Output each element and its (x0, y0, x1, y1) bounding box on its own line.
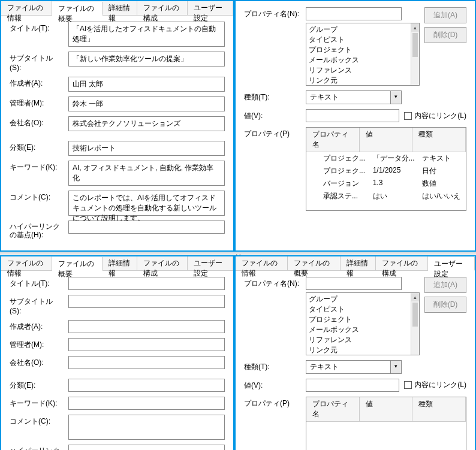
hyperlink-input[interactable] (68, 221, 225, 234)
scrollbar[interactable]: ▴ (411, 23, 419, 85)
company-label: 会社名(O): (10, 356, 64, 368)
table-row[interactable]: 承認ステ...はいはい/いいえ (306, 190, 466, 203)
tab-user-settings[interactable]: ユーザー設定 (428, 257, 475, 271)
company-input[interactable] (68, 356, 225, 369)
author-input[interactable] (68, 320, 225, 333)
propname-input[interactable] (306, 277, 402, 290)
list-item[interactable]: タイピスト (309, 304, 417, 315)
link-checkbox[interactable]: 内容にリンク(L) (404, 380, 466, 390)
props-label: プロパティ(P) (244, 127, 301, 139)
tab-file-info[interactable]: ファイルの情報 (236, 256, 288, 270)
panel-user-empty: ファイルの情報 ファイルの概要 詳細情報 ファイルの構成 ユーザー設定 プロパテ… (234, 255, 476, 450)
type-label: 種類(T): (244, 360, 301, 372)
panel-summary-filled: ファイルの情報 ファイルの概要 詳細情報 ファイルの構成 ユーザー設定 タイトル… (0, 0, 234, 252)
delete-button[interactable]: 削除(D) (424, 297, 466, 313)
category-input[interactable] (68, 379, 225, 392)
type-dropdown[interactable]: テキスト▾ (306, 90, 402, 104)
tabs: ファイルの情報 ファイルの概要 詳細情報 ファイルの構成 ユーザー設定 (1, 256, 233, 271)
tab-user-settings[interactable]: ユーザー設定 (188, 1, 233, 15)
keywords-label: キーワード(K): (10, 161, 64, 173)
list-item[interactable]: グループ (309, 294, 417, 304)
hyperlink-label: ハイパーリンクの基点(H): (10, 221, 64, 240)
col-name: プロパティ名 (306, 128, 360, 152)
comment-label: コメント(C): (10, 191, 64, 203)
subtitle-input[interactable]: 「新しい作業効率化ツールの提案」 (68, 52, 225, 67)
table-row[interactable]: プロジェク...「データ分...テキスト (306, 152, 466, 165)
link-label: 内容にリンク(L) (414, 111, 466, 121)
company-label: 会社名(O): (10, 116, 64, 128)
category-label: 分類(E): (10, 379, 64, 391)
link-label: 内容にリンク(L) (414, 380, 466, 390)
hyperlink-input[interactable] (68, 445, 225, 450)
value-input[interactable] (306, 109, 399, 122)
tab-file-summary[interactable]: ファイルの概要 (288, 256, 340, 270)
tab-file-info[interactable]: ファイルの情報 (1, 1, 52, 15)
properties-table[interactable]: プロパティ名値種類 プロジェク...「データ分...テキスト プロジェク...1… (306, 127, 466, 211)
panel-summary-empty: ファイルの情報 ファイルの概要 詳細情報 ファイルの構成 ユーザー設定 タイトル… (0, 255, 234, 450)
propname-input[interactable] (306, 7, 402, 20)
author-label: 作成者(A): (10, 320, 64, 332)
subtitle-label: サブタイトル(S): (10, 52, 64, 72)
scrollbar[interactable]: ▴ (411, 293, 419, 355)
keywords-label: キーワード(K): (10, 397, 64, 409)
list-item[interactable]: メールボックス (309, 325, 417, 335)
tab-file-info[interactable]: ファイルの情報 (1, 256, 52, 270)
scroll-thumb[interactable] (412, 303, 418, 327)
list-item[interactable]: タイピスト (309, 35, 417, 45)
value-input[interactable] (306, 379, 399, 392)
tab-file-summary[interactable]: ファイルの概要 (52, 2, 103, 16)
list-item[interactable]: メールボックス (309, 55, 417, 65)
manager-input[interactable]: 鈴木 一郎 (68, 96, 225, 111)
add-button[interactable]: 追加(A) (424, 277, 466, 293)
scroll-thumb[interactable] (412, 33, 418, 57)
subtitle-input[interactable] (68, 295, 225, 308)
list-item[interactable]: リンク元 (309, 75, 417, 86)
tab-structure[interactable]: ファイルの構成 (137, 256, 188, 270)
company-input[interactable]: 株式会社テクノソリューションズ (68, 116, 225, 131)
list-item[interactable]: プロジェクト (309, 315, 417, 325)
tab-structure[interactable]: ファイルの構成 (376, 256, 428, 270)
propname-label: プロパティ名(N): (244, 7, 301, 19)
checkbox-icon[interactable] (404, 381, 412, 389)
panel-user-filled: プロパティ名(N): グループ タイピスト プロジェクト メールボックス リファ… (234, 0, 476, 252)
keywords-input[interactable]: AI, オフィスドキュメント, 自動化, 作業効率化 (68, 161, 225, 186)
properties-table[interactable]: プロパティ名値種類 (306, 397, 466, 450)
scroll-up-icon[interactable]: ▴ (411, 23, 419, 32)
type-dropdown[interactable]: テキスト▾ (306, 360, 402, 374)
author-input[interactable]: 山田 太郎 (68, 77, 225, 92)
title-label: タイトル(T): (10, 277, 64, 289)
list-item[interactable]: グループ (309, 25, 417, 35)
manager-input[interactable] (68, 338, 225, 351)
chevron-down-icon[interactable]: ▾ (390, 361, 401, 373)
list-item[interactable]: プロジェクト (309, 45, 417, 55)
tab-user-settings[interactable]: ユーザー設定 (188, 256, 233, 270)
comment-input[interactable]: このレポートでは、AIを活用してオフィスドキュメントの処理を自動化する新しいツー… (68, 191, 225, 216)
propname-listbox[interactable]: グループ タイピスト プロジェクト メールボックス リファレンス リンク元 ▴ (306, 23, 420, 86)
tabs: ファイルの情報 ファイルの概要 詳細情報 ファイルの構成 ユーザー設定 (1, 1, 233, 16)
list-item[interactable]: リファレンス (309, 335, 417, 345)
subtitle-label: サブタイトル(S): (10, 295, 64, 315)
checkbox-icon[interactable] (404, 112, 412, 120)
title-input[interactable]: 「AIを活用したオフィスドキュメントの自動処理」 (68, 22, 225, 47)
comment-label: コメント(C): (10, 415, 64, 427)
tab-details[interactable]: 詳細情報 (103, 1, 137, 15)
link-checkbox[interactable]: 内容にリンク(L) (404, 111, 466, 121)
add-button[interactable]: 追加(A) (424, 7, 466, 23)
list-item[interactable]: リファレンス (309, 65, 417, 75)
tab-details[interactable]: 詳細情報 (103, 256, 137, 270)
comment-input[interactable] (68, 415, 225, 440)
delete-button[interactable]: 削除(D) (424, 27, 466, 43)
scroll-up-icon[interactable]: ▴ (411, 293, 419, 301)
keywords-input[interactable] (68, 397, 225, 410)
tab-file-summary[interactable]: ファイルの概要 (52, 257, 103, 271)
tabs: ファイルの情報 ファイルの概要 詳細情報 ファイルの構成 ユーザー設定 (236, 256, 475, 271)
list-item[interactable]: リンク元 (309, 345, 417, 355)
chevron-down-icon[interactable]: ▾ (390, 91, 401, 104)
propname-listbox[interactable]: グループ タイピスト プロジェクト メールボックス リファレンス リンク元 ▴ (306, 292, 420, 355)
table-row[interactable]: バージョン1.3数値 (306, 177, 466, 190)
table-row[interactable]: プロジェク...1/1/2025日付 (306, 165, 466, 177)
tab-details[interactable]: 詳細情報 (341, 256, 376, 270)
tab-structure[interactable]: ファイルの構成 (137, 1, 188, 15)
category-input[interactable]: 技術レポート (68, 141, 225, 156)
title-input[interactable] (68, 277, 225, 290)
